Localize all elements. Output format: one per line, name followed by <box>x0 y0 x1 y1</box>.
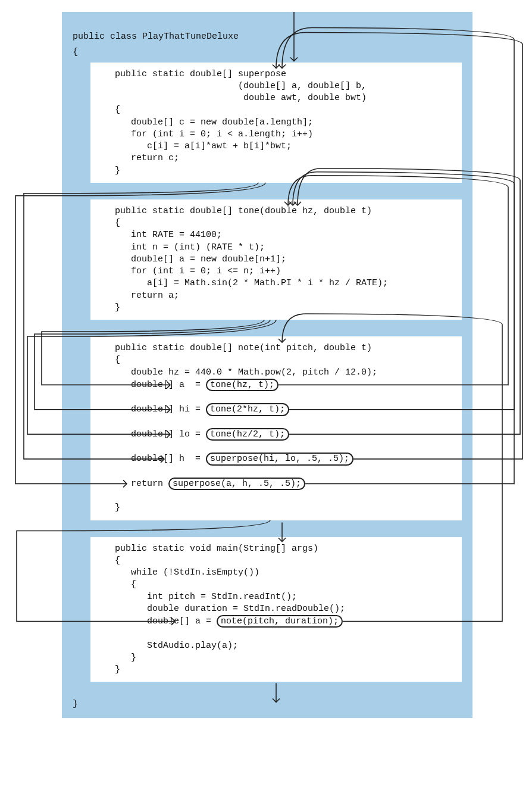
code-line: (double[] a, double[] b, <box>99 81 367 91</box>
code-line: double awt, double bwt) <box>99 93 367 103</box>
code-line: double hz = 440.0 * Math.pow(2, pitch / … <box>99 367 377 377</box>
code-line: while (!StdIn.isEmpty()) <box>99 567 259 578</box>
call-note: note(pitch, duration); <box>217 615 343 628</box>
code-line: double[] hi = <box>99 404 206 414</box>
code-line: } <box>99 653 136 663</box>
code-line: c[i] = a[i]*awt + b[i]*bwt; <box>99 141 292 151</box>
code-line: double[] lo = <box>99 429 206 439</box>
code-line: { <box>99 579 136 589</box>
code-line: { <box>99 105 120 115</box>
method-tone: public static double[] tone(double hz, d… <box>90 199 462 320</box>
code-line: public static double[] tone(double hz, d… <box>99 206 372 216</box>
code-line: for (int i = 0; i <= n; i++) <box>99 266 281 276</box>
call-superpose-hilo: superpose(hi, lo, .5, .5); <box>206 453 353 465</box>
code-line: return a; <box>99 291 179 301</box>
code-line: public static double[] note(int pitch, d… <box>99 343 372 353</box>
code-line: int n = (int) (RATE * t); <box>99 242 265 252</box>
code-line: a[i] = Math.sin(2 * Math.PI * i * hz / R… <box>99 278 388 288</box>
code-line: double[] a = <box>99 616 217 626</box>
code-line: public static double[] superpose <box>99 69 286 79</box>
call-tone-half-hz: tone(hz/2, t); <box>206 428 289 441</box>
code-line: { <box>99 218 120 228</box>
code-line: StdAudio.play(a); <box>99 641 238 651</box>
code-line: int RATE = 44100; <box>99 230 222 240</box>
code-line: } <box>99 664 120 675</box>
class-close-brace: } <box>62 698 472 710</box>
code-line: } <box>99 302 120 313</box>
code-line: double[] h = <box>99 454 206 464</box>
code-line: { <box>99 556 120 566</box>
diagram-root: public class PlayThatTuneDeluxe { public… <box>6 12 526 718</box>
code-line: double[] a = new double[n+1]; <box>99 254 286 264</box>
code-line: double[] a = <box>99 380 206 390</box>
class-declaration: public class PlayThatTuneDeluxe <box>62 24 472 46</box>
code-line: double[] c = new double[a.length]; <box>99 117 313 127</box>
call-superpose-ah: superpose(a, h, .5, .5); <box>168 478 305 490</box>
code-line: for (int i = 0; i < a.length; i++) <box>99 129 313 139</box>
class-open-brace: { <box>62 46 472 62</box>
method-note: public static double[] note(int pitch, d… <box>90 336 462 520</box>
code-line: int pitch = StdIn.readInt(); <box>99 592 297 602</box>
code-line: public static void main(String[] args) <box>99 544 318 554</box>
code-line: return <box>99 479 168 489</box>
code-line: { <box>99 355 120 365</box>
method-main: public static void main(String[] args) {… <box>90 537 462 682</box>
code-line: double duration = StdIn.readDouble(); <box>99 604 345 614</box>
method-superpose: public static double[] superpose (double… <box>90 63 462 183</box>
code-line: } <box>99 503 120 513</box>
call-tone-2hz: tone(2*hz, t); <box>206 403 289 416</box>
code-line: return c; <box>99 153 179 163</box>
class-box: public class PlayThatTuneDeluxe { public… <box>62 12 472 718</box>
code-line: } <box>99 166 120 176</box>
call-tone-hz: tone(hz, t); <box>206 379 278 391</box>
